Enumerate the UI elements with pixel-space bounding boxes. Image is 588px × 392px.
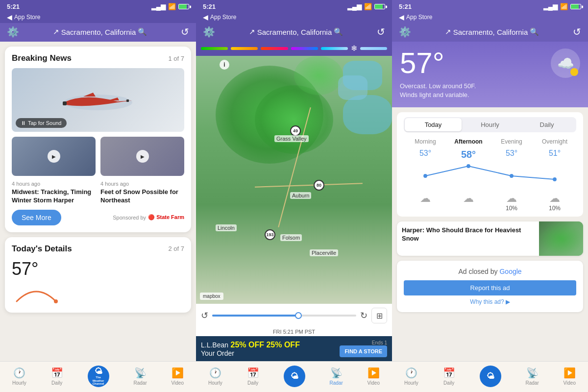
radar-icon-2: 📡: [330, 367, 343, 379]
svg-rect-2: [126, 99, 129, 102]
legend-bar-green: [201, 47, 228, 50]
period-morning: Morning: [404, 138, 447, 145]
location-2[interactable]: ↗ Sacramento, California 🔍: [249, 27, 343, 36]
news-thumbnails: ▶ ▶: [12, 137, 184, 176]
toggle-daily[interactable]: Daily: [518, 118, 575, 131]
cloud-evening: ☁: [490, 192, 533, 205]
small-news-card[interactable]: Harper: Who Should Brace for Heaviest Sn…: [397, 221, 583, 256]
tab-video-label-3: Video: [564, 380, 576, 386]
tab-daily-3[interactable]: 📅 Daily: [443, 367, 455, 386]
tab-daily-2[interactable]: 📅 Daily: [247, 367, 259, 386]
status-icons-2: ▂▄▆ 📶: [347, 3, 385, 10]
panel-radar: 5:21 ▂▄▆ 📶 ◀ App Store ⚙️ ↗ Sacramento, …: [196, 0, 392, 392]
tab-center-3[interactable]: 🌤: [480, 366, 501, 387]
ad-brand: L.L.Bean 25% OFF 25% OFF: [201, 341, 300, 349]
weather-channel-btn-2[interactable]: 🌤: [284, 366, 305, 387]
toggle-buttons: Today Hourly Daily: [404, 117, 576, 132]
weather-channel-text-1: TheWeatherChannel: [93, 376, 104, 386]
refresh-icon-2[interactable]: ↺: [377, 26, 385, 38]
tab-radar-3[interactable]: 📡 Radar: [525, 367, 539, 386]
map-time-bar[interactable]: [212, 315, 356, 317]
main-news-image[interactable]: ⏸ Tap for Sound: [12, 68, 184, 132]
temp-evening-val: 53°: [490, 149, 533, 158]
news-article-2[interactable]: 4 hours ago Feet of Snow Possible for No…: [100, 181, 184, 205]
ad-discount-text: 25% OFF: [266, 341, 299, 349]
search-icon-2[interactable]: 🔍: [334, 27, 343, 36]
temp-morning-val: 53°: [404, 149, 447, 158]
weather-dot: [570, 68, 578, 76]
search-icon-3[interactable]: 🔍: [530, 27, 539, 36]
toggle-hourly[interactable]: Hourly: [462, 118, 518, 131]
tab-center-1[interactable]: 🌤 TheWeatherChannel: [88, 366, 109, 387]
tab-hourly-label-1: Hourly: [12, 380, 26, 386]
play-icon-2: ▶: [136, 150, 149, 163]
rewind-button[interactable]: ↺: [201, 310, 208, 321]
period-evening: Evening: [490, 138, 533, 145]
refresh-icon-3[interactable]: ↺: [573, 26, 581, 38]
map-area[interactable]: 49 80 193 Grass Valley Auburn Folsom Lin…: [196, 56, 392, 304]
weather-channel-btn-3[interactable]: 🌤: [480, 366, 501, 387]
tab-video-1[interactable]: ▶️ Video: [172, 367, 184, 386]
back-arrow-2[interactable]: ◀: [203, 13, 208, 21]
temp-chart: 53° 58° 53° 51°: [404, 149, 576, 188]
tab-bar-1: 🕐 Hourly 📅 Daily 🌤 TheWeatherChannel 📡 R…: [0, 361, 196, 392]
forward-button[interactable]: ↻: [360, 310, 368, 321]
location-1[interactable]: ↗ Sacramento, California 🔍: [53, 27, 147, 36]
find-store-button[interactable]: FIND A STORE: [340, 345, 387, 357]
tab-hourly-2[interactable]: 🕐 Hourly: [208, 367, 222, 386]
location-3[interactable]: ↗ Sacramento, California 🔍: [445, 27, 539, 36]
ad-info: Ends 1 FIND A STORE: [340, 340, 387, 357]
time-toggle-card: Today Hourly Daily Morning Afternoon Eve…: [397, 112, 583, 217]
tab-radar-label-2: Radar: [329, 380, 343, 386]
battery-icon-3: [570, 4, 581, 9]
legend-bar-yellow: [231, 47, 258, 50]
tab-radar-label-3: Radar: [525, 380, 539, 386]
tab-hourly-1[interactable]: 🕐 Hourly: [12, 367, 26, 386]
tab-radar-1[interactable]: 📡 Radar: [133, 367, 147, 386]
highway-80-road: [255, 183, 363, 188]
tab-daily-1[interactable]: 📅 Daily: [51, 367, 63, 386]
google-label: Google: [499, 268, 521, 275]
legend-bar-light-blue: [360, 47, 387, 50]
info-button[interactable]: i: [220, 60, 229, 70]
temp-section: 57° Overcast. Low around 50F. Winds ligh…: [392, 42, 588, 107]
panel-weather-detail: 5:21 ▂▄▆ 📶 ◀ App Store ⚙️ ↗ Sacramento, …: [392, 0, 588, 392]
layers-button[interactable]: ⊞: [371, 308, 387, 323]
search-icon-1[interactable]: 🔍: [138, 27, 147, 36]
clock-icon-2: 🕐: [209, 367, 221, 379]
play-icon-1: ▶: [48, 150, 60, 163]
tab-center-2[interactable]: 🌤: [284, 366, 305, 387]
settings-icon-3[interactable]: ⚙️: [399, 26, 411, 38]
highway-49-badge-1: 49: [290, 125, 301, 136]
tab-hourly-3[interactable]: 🕐 Hourly: [404, 367, 418, 386]
back-arrow-3[interactable]: ◀: [399, 13, 404, 21]
sound-button[interactable]: ⏸ Tap for Sound: [16, 118, 67, 128]
chevron-right-icon: ▶: [506, 298, 510, 305]
panel3-content: Today Hourly Daily Morning Afternoon Eve…: [392, 107, 588, 361]
panel1-content: Breaking News 1 of 7: [0, 42, 196, 361]
settings-icon-1[interactable]: ⚙️: [7, 26, 19, 38]
signal-icon-2: ▂▄▆: [347, 3, 362, 10]
tab-video-3[interactable]: ▶️ Video: [564, 367, 576, 386]
legend-bar-blue: [321, 47, 348, 50]
see-more-button[interactable]: See More: [12, 210, 61, 225]
back-arrow-1[interactable]: ◀: [7, 13, 12, 21]
news-thumb-1[interactable]: ▶: [12, 137, 96, 176]
sponsored-label: Sponsored by: [113, 215, 146, 220]
tab-video-2[interactable]: ▶️ Video: [368, 367, 380, 386]
map-legend: ❄: [196, 42, 392, 56]
radar-icon-3: 📡: [526, 367, 539, 379]
clock-icon-1: 🕐: [13, 367, 25, 379]
period-labels: Morning Afternoon Evening Overnight: [404, 138, 576, 145]
weather-channel-btn-1[interactable]: 🌤 TheWeatherChannel: [88, 366, 109, 387]
toggle-today[interactable]: Today: [405, 118, 462, 131]
refresh-icon-1[interactable]: ↺: [181, 26, 189, 38]
settings-icon-2[interactable]: ⚙️: [203, 26, 215, 38]
ad-content: L.L.Bean 25% OFF 25% OFF Your Order: [201, 341, 300, 357]
report-ad-button[interactable]: Report this ad: [404, 280, 576, 295]
tab-radar-2[interactable]: 📡 Radar: [329, 367, 343, 386]
precip-overnight: 10%: [533, 205, 576, 212]
news-thumb-2[interactable]: ▶: [100, 137, 184, 176]
why-ad-link[interactable]: Why this ad? ▶: [404, 298, 576, 305]
news-article-1[interactable]: 4 hours ago Midwest: Tracking, Timing Wi…: [12, 181, 96, 205]
